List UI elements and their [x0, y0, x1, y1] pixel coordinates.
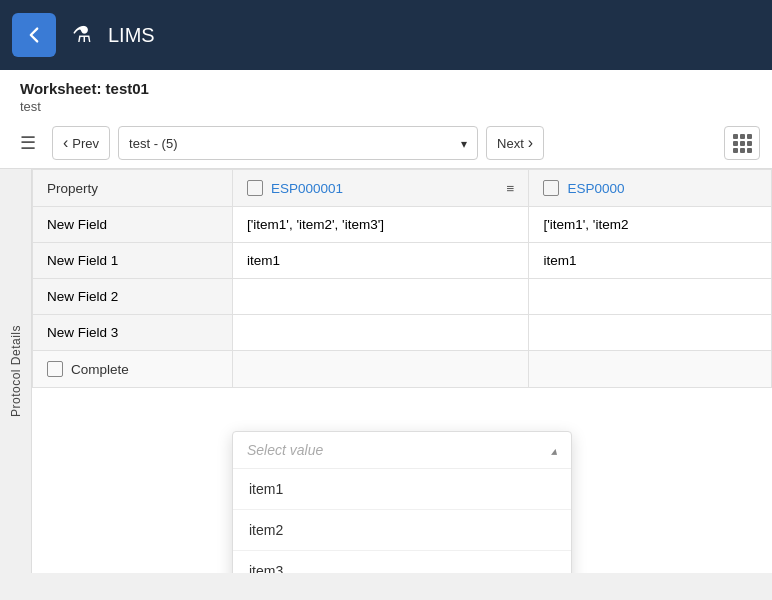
dropdown-value: test - (5) [129, 136, 177, 151]
esp1-cell-3[interactable] [233, 315, 529, 351]
dropdown-header[interactable]: Select value [233, 432, 571, 469]
complete-checkbox[interactable] [47, 361, 63, 377]
complete-row: Complete [33, 351, 772, 388]
esp1-label: ESP000001 [271, 181, 343, 196]
esp1-column-header: ESP000001 ≡ [233, 170, 529, 207]
property-cell: New Field [33, 207, 233, 243]
menu-lines-icon [20, 132, 36, 154]
grid-icon [733, 134, 752, 153]
esp2-cell-1[interactable]: item1 [529, 243, 772, 279]
protocol-tab-label: Protocol Details [9, 325, 23, 417]
logo-icon: ⚗ [72, 22, 92, 48]
app-title: LIMS [108, 24, 155, 47]
worksheet-info: Worksheet: test01 test [0, 70, 772, 118]
main-area: Protocol Details Property ESP000001 ≡ [0, 169, 772, 573]
worksheet-name: test01 [106, 80, 149, 97]
worksheet-label: Worksheet: [20, 80, 101, 97]
esp2-checkbox[interactable] [543, 180, 559, 196]
esp1-menu-icon[interactable]: ≡ [507, 181, 515, 196]
complete-property-cell: Complete [33, 351, 233, 388]
table-header-row: Property ESP000001 ≡ ESP0000 [33, 170, 772, 207]
complete-esp2-cell[interactable] [529, 351, 772, 388]
sample-dropdown[interactable]: test - (5) [118, 126, 478, 160]
chevron-down-icon [461, 136, 467, 151]
next-label: Next [497, 136, 524, 151]
prev-label: Prev [72, 136, 99, 151]
menu-button[interactable] [12, 127, 44, 159]
complete-label: Complete [71, 362, 129, 377]
grid-view-button[interactable] [724, 126, 760, 160]
data-table: Property ESP000001 ≡ ESP0000 [32, 169, 772, 388]
next-button[interactable]: Next [486, 126, 544, 160]
esp2-cell-2[interactable] [529, 279, 772, 315]
protocol-details-tab[interactable]: Protocol Details [0, 169, 32, 573]
property-column-header: Property [33, 170, 233, 207]
chevron-right-icon [528, 134, 533, 152]
dropdown-item-2[interactable]: item3 [233, 551, 571, 573]
chevron-left-icon [63, 134, 68, 152]
back-button[interactable] [12, 13, 56, 57]
table-row: New Field 3 [33, 315, 772, 351]
esp1-cell-2[interactable] [233, 279, 529, 315]
toolbar: Prev test - (5) Next [0, 118, 772, 169]
data-table-wrapper: Property ESP000001 ≡ ESP0000 [32, 169, 772, 573]
worksheet-title: Worksheet: test01 [20, 80, 752, 97]
table-row: New Field 2 [33, 279, 772, 315]
esp1-checkbox[interactable] [247, 180, 263, 196]
property-cell: New Field 3 [33, 315, 233, 351]
select-value-dropdown: Select value item1 item2 item3 [232, 431, 572, 573]
prev-button[interactable]: Prev [52, 126, 110, 160]
dropdown-item-1[interactable]: item2 [233, 510, 571, 551]
esp1-cell-1[interactable]: item1 [233, 243, 529, 279]
property-cell: New Field 1 [33, 243, 233, 279]
property-cell: New Field 2 [33, 279, 233, 315]
esp1-cell-0[interactable]: ['item1', 'item2', 'item3'] [233, 207, 529, 243]
esp2-cell-0[interactable]: ['item1', 'item2 [529, 207, 772, 243]
esp2-column-header: ESP0000 [529, 170, 772, 207]
worksheet-subtext: test [20, 99, 752, 114]
esp2-cell-3[interactable] [529, 315, 772, 351]
esp2-label: ESP0000 [567, 181, 624, 196]
complete-esp1-cell[interactable] [233, 351, 529, 388]
chevron-up-icon [551, 442, 557, 458]
table-row: New Field ['item1', 'item2', 'item3'] ['… [33, 207, 772, 243]
table-row: New Field 1 item1 item1 [33, 243, 772, 279]
dropdown-item-0[interactable]: item1 [233, 469, 571, 510]
dropdown-placeholder: Select value [247, 442, 323, 458]
top-bar: ⚗ LIMS [0, 0, 772, 70]
